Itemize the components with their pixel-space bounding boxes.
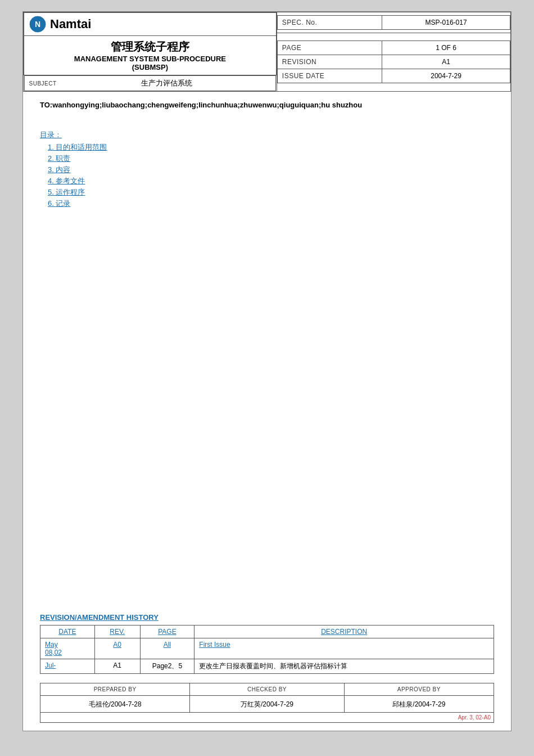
svg-text:N: N <box>35 20 40 29</box>
revision-section: REVISION/AMENDMENT HISTORY DATE REV. PAG… <box>40 608 494 674</box>
col-rev: REV. <box>94 626 140 638</box>
row1-page[interactable]: All <box>164 641 171 649</box>
issue-date-value: 2004-7-29 <box>382 69 510 83</box>
spec-value: MSP-016-017 <box>382 15 510 29</box>
spec-label: SPEC. No. <box>277 15 382 29</box>
toc-item-6[interactable]: 6. 记录 <box>48 199 494 209</box>
title-en: MANAGEMENT SYSTEM SUB-PROCEDURE (SUBMSP) <box>29 55 271 71</box>
approved-label: APPROVED BY <box>350 686 488 692</box>
namtai-logo-icon: N <box>29 15 47 33</box>
revision-value: A1 <box>382 55 510 69</box>
toc-item-3[interactable]: 3. 内容 <box>48 165 494 175</box>
toc-title[interactable]: 目录： <box>40 130 494 140</box>
row2-date[interactable]: Jul- <box>45 662 56 669</box>
approved-value: 邱桂泉/2004-7-29 <box>350 700 488 709</box>
issue-date-label: ISSUE DATE <box>277 69 382 83</box>
checked-value: 万红英/2004-7-29 <box>196 700 338 709</box>
subject-value: 生产力评估系统 <box>62 78 271 88</box>
checked-label: CHECKED BY <box>196 686 338 692</box>
row2-page: Page2、5 <box>152 662 182 670</box>
footer-note: Apr. 3, 02-A0 <box>40 713 494 723</box>
logo-text: Namtai <box>50 17 91 32</box>
footer-table: PREPARED BY CHECKED BY APPROVED BY 毛祖伦/2… <box>40 683 494 713</box>
document-page: N Namtai 管理系统子程序 MANAGEMENT SYSTEM SUB-P… <box>22 11 512 731</box>
table-row: Jul- A1 Page2、5 更改生产日报表覆盖时间、新增机器评估指标计算 <box>40 659 494 674</box>
toc-section: 目录： 1. 目的和适用范围 2. 职责 3. 内容 4. 参考文件 5. 运作… <box>40 130 494 210</box>
body-content: TO:wanhongying;liubaochang;chengweifeng;… <box>23 92 511 731</box>
revision-label: REVISION <box>277 55 382 69</box>
toc-item-1[interactable]: 1. 目的和适用范围 <box>48 142 494 152</box>
to-line: TO:wanhongying;liubaochang;chengweifeng;… <box>40 100 494 111</box>
page-label: PAGE <box>277 41 382 55</box>
row1-date[interactable]: May08,02 <box>45 641 62 656</box>
title-zh: 管理系统子程序 <box>29 39 271 55</box>
logo-area: N Namtai <box>29 15 271 33</box>
row1-rev[interactable]: A0 <box>113 641 121 649</box>
header-table: N Namtai 管理系统子程序 MANAGEMENT SYSTEM SUB-P… <box>23 12 511 92</box>
prepared-label: PREPARED BY <box>46 686 184 692</box>
revision-title[interactable]: REVISION/AMENDMENT HISTORY <box>40 613 494 622</box>
row2-description: 更改生产日报表覆盖时间、新增机器评估指标计算 <box>199 662 347 670</box>
col-page: PAGE <box>140 626 194 638</box>
table-row: May08,02 A0 All First Issue <box>40 638 494 659</box>
toc-item-4[interactable]: 4. 参考文件 <box>48 176 494 186</box>
row2-rev: A1 <box>113 662 121 669</box>
prepared-value: 毛祖伦/2004-7-28 <box>46 700 184 709</box>
revision-table: DATE REV. PAGE DESCRIPTION May08,02 A0 A… <box>40 625 494 674</box>
row1-description[interactable]: First Issue <box>199 641 230 649</box>
toc-item-5[interactable]: 5. 运作程序 <box>48 187 494 197</box>
page-value: 1 OF 6 <box>382 41 510 55</box>
toc-item-2[interactable]: 2. 职责 <box>48 154 494 164</box>
col-description: DESCRIPTION <box>194 626 494 638</box>
col-date: DATE <box>40 626 95 638</box>
subject-label: SUBJECT <box>29 80 57 87</box>
